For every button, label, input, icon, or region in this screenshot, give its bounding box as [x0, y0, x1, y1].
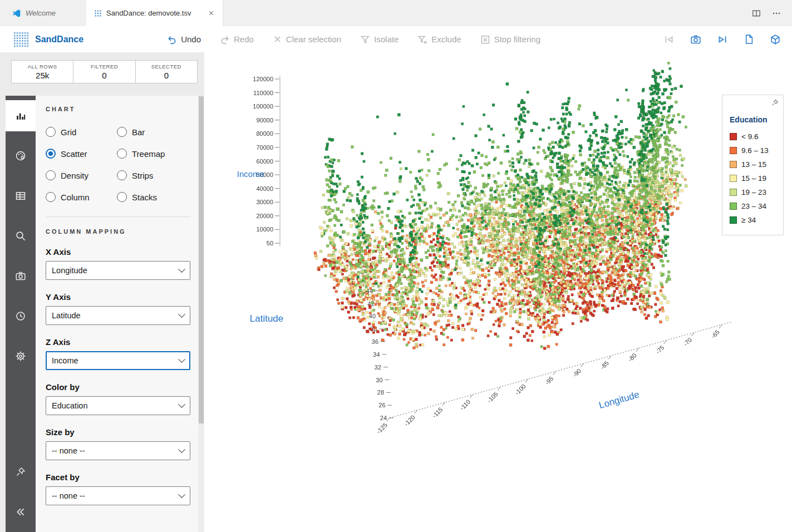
y-axis-select[interactable]: Latitude: [46, 306, 190, 325]
chart-type-strips[interactable]: Strips: [117, 170, 189, 180]
divider: [46, 216, 191, 217]
sidebar-item-data-table[interactable]: [6, 176, 36, 216]
x-axis-select[interactable]: Longitude: [46, 261, 190, 280]
left-panel: ALL ROWS 25k FILTERED 0 SELECTED 0: [0, 52, 204, 532]
sidebar-item-settings[interactable]: [6, 336, 36, 376]
pin-sidebar-icon[interactable]: [6, 452, 36, 492]
rotate-3d-icon[interactable]: [770, 34, 781, 45]
chevron-down-icon: [178, 356, 185, 363]
chart-type-grid[interactable]: Grid: [46, 127, 117, 137]
split-editor-icon[interactable]: [752, 9, 761, 18]
radio-dot: [46, 149, 56, 159]
legend-item[interactable]: 15 – 19: [730, 171, 783, 185]
row-stats: ALL ROWS 25k FILTERED 0 SELECTED 0: [11, 60, 198, 83]
legend-pin-icon[interactable]: [771, 99, 779, 106]
camera-snapshot-icon[interactable]: [690, 34, 701, 45]
stat-selected: SELECTED 0: [136, 61, 197, 83]
tab-sanddance[interactable]: SandDance: demovote.tsv: [86, 0, 223, 26]
chevron-down-icon: [178, 311, 185, 318]
legend-item[interactable]: < 9.6: [730, 130, 783, 144]
clear-selection-button[interactable]: Clear selection: [273, 35, 341, 44]
scrollbar-thumb[interactable]: [199, 96, 204, 423]
radio-dot: [46, 170, 56, 180]
chart-type-treemap[interactable]: Treemap: [117, 149, 189, 159]
column-mapping-heading: COLUMN MAPPING: [46, 228, 198, 235]
sanddance-toolbar: SandDance Undo Redo Clear selection Isol…: [0, 26, 792, 52]
radio-dot: [117, 149, 127, 159]
radio-dot: [46, 192, 56, 202]
z-axis-select[interactable]: Income: [46, 351, 190, 370]
stop-filtering-icon: [480, 35, 490, 45]
brand-name: SandDance: [35, 35, 83, 45]
sidebar-item-color[interactable]: [6, 136, 36, 176]
sidebar-item-search[interactable]: [6, 216, 36, 256]
legend-item[interactable]: ≥ 34: [730, 213, 783, 227]
new-file-icon[interactable]: [744, 34, 754, 45]
field-color-by: Color by Education: [46, 382, 198, 415]
facet-by-select[interactable]: -- none --: [46, 486, 190, 505]
editor-tab-bar: Welcome SandDance: demovote.tsv: [0, 0, 792, 26]
legend-panel: Education < 9.6 9.6 – 13 13 – 15 15 – 19…: [722, 95, 784, 235]
chevron-down-icon: [178, 446, 185, 453]
collapse-panel-icon[interactable]: [6, 492, 36, 532]
radio-dot: [117, 170, 127, 180]
color-by-select[interactable]: Education: [46, 396, 190, 415]
settings-scrollbar[interactable]: [198, 96, 204, 532]
chart-settings-panel: CHART Grid Bar Scatter Treemap Density S…: [36, 96, 198, 532]
isolate-button[interactable]: Isolate: [360, 35, 399, 45]
chart-type-bar[interactable]: Bar: [117, 127, 189, 137]
legend-swatch: [730, 189, 737, 196]
field-z-axis: Z Axis Income: [46, 337, 198, 370]
chevron-down-icon: [178, 265, 185, 273]
chart-type-density[interactable]: Density: [46, 170, 117, 180]
sanddance-file-icon: [94, 9, 102, 17]
field-facet-by: Facet by -- none --: [46, 472, 198, 505]
chevron-down-icon: [178, 401, 185, 408]
vscode-logo-icon: [12, 9, 21, 18]
stop-filtering-button[interactable]: Stop filtering: [480, 35, 540, 45]
brand: SandDance: [13, 32, 83, 47]
skip-previous-icon[interactable]: [663, 34, 675, 45]
chart-type-scatter[interactable]: Scatter: [46, 149, 117, 159]
stat-all-rows: ALL ROWS 25k: [12, 61, 73, 83]
legend-swatch: [730, 147, 737, 154]
legend-swatch: [730, 133, 737, 140]
legend-swatch: [730, 203, 737, 210]
radio-dot: [117, 127, 127, 137]
tab-welcome-label: Welcome: [26, 9, 56, 17]
skip-next-icon[interactable]: [717, 34, 728, 45]
chart-section-heading: CHART: [46, 106, 198, 112]
legend-item[interactable]: 19 – 23: [730, 185, 783, 199]
undo-icon: [167, 35, 177, 45]
exclude-button[interactable]: Exclude: [417, 35, 461, 45]
sidebar-icon-strip: [6, 96, 36, 532]
legend-item[interactable]: 23 – 34: [730, 199, 783, 213]
legend-swatch: [730, 161, 737, 168]
legend-swatch: [730, 175, 737, 182]
redo-icon: [220, 35, 230, 45]
size-by-select[interactable]: -- none --: [46, 441, 190, 460]
sidebar-item-snapshots[interactable]: [6, 256, 36, 296]
field-size-by: Size by -- none --: [46, 427, 198, 460]
sidebar-item-chart[interactable]: [6, 100, 36, 131]
tab-sanddance-label: SandDance: demovote.tsv: [106, 9, 191, 17]
field-y-axis: Y Axis Latitude: [46, 292, 198, 325]
close-icon[interactable]: [208, 9, 215, 17]
chevron-down-icon: [178, 491, 185, 498]
legend-title[interactable]: Education: [730, 115, 783, 124]
legend-item[interactable]: 9.6 – 13: [730, 144, 783, 157]
exclude-funnel-icon: [417, 35, 427, 45]
undo-button[interactable]: Undo: [167, 35, 201, 45]
redo-button[interactable]: Redo: [220, 35, 254, 45]
radio-dot: [117, 192, 127, 202]
sidebar-item-history[interactable]: [6, 296, 36, 336]
isolate-funnel-icon: [360, 35, 370, 45]
chart-area: Education < 9.6 9.6 – 13 13 – 15 15 – 19…: [204, 52, 792, 532]
chart-type-column[interactable]: Column: [46, 192, 117, 202]
field-x-axis: X Axis Longitude: [46, 247, 198, 280]
legend-item[interactable]: 13 – 15: [730, 157, 783, 171]
more-actions-icon[interactable]: [772, 9, 781, 18]
scatter-plot-canvas[interactable]: [204, 52, 792, 532]
chart-type-stacks[interactable]: Stacks: [117, 192, 189, 202]
tab-welcome[interactable]: Welcome: [0, 0, 86, 26]
